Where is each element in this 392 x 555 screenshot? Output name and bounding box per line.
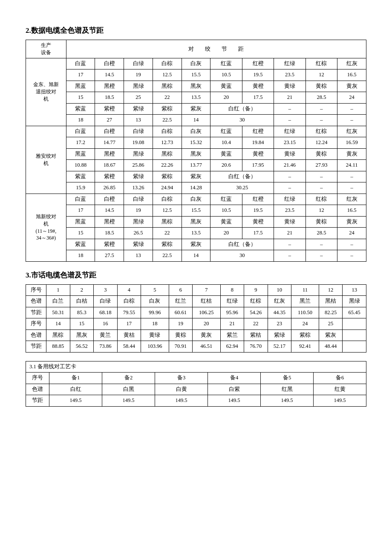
cell: 紫棕 bbox=[153, 103, 182, 115]
cell: 15.5 bbox=[182, 69, 210, 81]
cell: 黄桔 bbox=[117, 330, 141, 341]
cell: 红棕 bbox=[306, 194, 337, 205]
cell: 白红（备） bbox=[210, 103, 274, 115]
cell: – bbox=[274, 250, 306, 262]
cell: 12 bbox=[319, 284, 343, 296]
cell: 17 bbox=[66, 69, 95, 81]
cell: 26.85 bbox=[95, 182, 124, 194]
cell: 92.41 bbox=[291, 341, 319, 353]
cell: 紫橙 bbox=[95, 171, 124, 182]
cell: 黑棕 bbox=[153, 148, 182, 160]
cell: 红绿 bbox=[274, 126, 306, 137]
cell: 黑棕 bbox=[153, 216, 182, 228]
cell: 红绿 bbox=[274, 58, 306, 69]
cell: 紫绿 bbox=[124, 239, 153, 250]
seq-label: 序号 bbox=[26, 373, 49, 384]
cell: 20 bbox=[210, 228, 242, 239]
cell: 备5 bbox=[261, 373, 314, 384]
cell: 黑橙 bbox=[95, 216, 124, 228]
cell: 21 bbox=[274, 228, 306, 239]
cell: 黄棕 bbox=[306, 216, 337, 228]
device-1: 金东、旭新退扭绞对机 bbox=[26, 58, 66, 126]
cell: – bbox=[306, 103, 337, 115]
cell: 19.08 bbox=[124, 137, 153, 149]
cell: 149.5 bbox=[208, 395, 261, 407]
section31-table: 3.1 备用线对工艺卡 序号 备1 备2 备3 备4 备5 备6 色谱 白红 白… bbox=[26, 361, 366, 407]
cell: 白桔 bbox=[70, 296, 94, 307]
cell: 23.15 bbox=[274, 137, 306, 149]
cell: 紫棕 bbox=[153, 239, 182, 250]
cell: 3 bbox=[94, 284, 118, 296]
cell: 22 bbox=[153, 228, 182, 239]
cell: 黄灰 bbox=[193, 330, 220, 341]
cell: 紫蓝 bbox=[66, 239, 95, 250]
cell: 13 bbox=[124, 115, 153, 126]
cell: 白红（备） bbox=[210, 239, 274, 250]
cell: 106.25 bbox=[193, 307, 220, 318]
cell: 73.86 bbox=[94, 341, 118, 353]
cell: 黄灰 bbox=[337, 216, 366, 228]
cell: 19 bbox=[124, 205, 153, 217]
cell: 48.44 bbox=[319, 341, 343, 353]
cell: 白灰 bbox=[182, 194, 210, 205]
cell: 19.84 bbox=[242, 137, 274, 149]
cell: 23.5 bbox=[274, 205, 306, 217]
cell: 白绿 bbox=[124, 126, 153, 137]
cell: 黄橙 bbox=[242, 81, 274, 92]
cell: 7 bbox=[193, 284, 220, 296]
cell: 24 bbox=[337, 228, 366, 239]
section2-title: 2.数据电缆全色谱及节距 bbox=[26, 26, 366, 35]
cell: 黑绿 bbox=[124, 148, 153, 160]
cell: 黑蓝 bbox=[66, 216, 95, 228]
cell: 13 bbox=[124, 250, 153, 262]
cell: 白绿 bbox=[124, 194, 153, 205]
cell bbox=[343, 330, 366, 341]
cell: 24 bbox=[337, 92, 366, 104]
cell: 17.5 bbox=[242, 92, 274, 104]
cell: 18.67 bbox=[95, 160, 124, 171]
cell: 54.26 bbox=[244, 307, 268, 318]
cell: 黑绿 bbox=[343, 296, 366, 307]
cell: 16.5 bbox=[337, 205, 366, 217]
cell: 12 bbox=[306, 69, 337, 81]
cell: 27.5 bbox=[95, 250, 124, 262]
cell: – bbox=[337, 103, 366, 115]
cell: 24 bbox=[291, 318, 319, 330]
cell: 白灰 bbox=[141, 296, 169, 307]
cell: 60.61 bbox=[169, 307, 193, 318]
cell: 白绿 bbox=[94, 296, 118, 307]
cell: 13.5 bbox=[182, 92, 210, 104]
cell: 17.2 bbox=[66, 137, 95, 149]
cell: – bbox=[306, 250, 337, 262]
cell: 红蓝 bbox=[210, 58, 242, 69]
cell: 白黄 bbox=[155, 384, 208, 395]
cell: 28.5 bbox=[306, 92, 337, 104]
cell: 8 bbox=[220, 284, 244, 296]
cell: 24.11 bbox=[337, 160, 366, 171]
pitch-header: 对 绞 节 距 bbox=[66, 40, 366, 58]
cell: 白绿 bbox=[124, 58, 153, 69]
cell: 白橙 bbox=[95, 58, 124, 69]
cell: 68.18 bbox=[94, 307, 118, 318]
subsection-title: 3.1 备用线对工艺卡 bbox=[26, 361, 366, 373]
cell: 19 bbox=[169, 318, 193, 330]
seq-header: 序号 bbox=[26, 284, 46, 296]
cell: 149.5 bbox=[261, 395, 314, 407]
cell: 12.24 bbox=[306, 137, 337, 149]
cell: 16.5 bbox=[337, 69, 366, 81]
cell: 白蓝 bbox=[66, 126, 95, 137]
cell: 白灰 bbox=[182, 126, 210, 137]
cell: 15 bbox=[66, 92, 95, 104]
cell: 149.5 bbox=[314, 395, 366, 407]
cell: 白棕 bbox=[153, 126, 182, 137]
cell: 58.44 bbox=[117, 341, 141, 353]
cell: 白橙 bbox=[95, 194, 124, 205]
cell: 9 bbox=[244, 284, 268, 296]
cell bbox=[343, 341, 366, 353]
cell: 白橙 bbox=[95, 126, 124, 137]
cell: 30.25 bbox=[210, 182, 274, 194]
cell: 紫兰 bbox=[220, 330, 244, 341]
cell: 红棕 bbox=[244, 296, 268, 307]
cell: 白兰 bbox=[46, 296, 70, 307]
cell: 白灰 bbox=[182, 58, 210, 69]
